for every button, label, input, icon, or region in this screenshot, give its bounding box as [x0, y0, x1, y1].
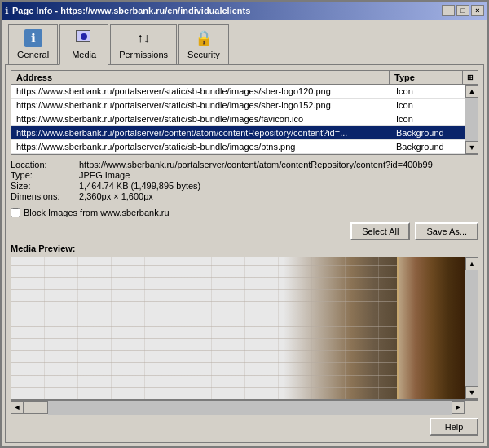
table-body: https://www.sberbank.ru/portalserver/sta… — [11, 85, 465, 154]
size-label: Size: — [11, 181, 76, 191]
table-header: Address Type ⊞ — [11, 71, 478, 85]
preview-image — [11, 257, 465, 399]
row-address: https://www.sberbank.ru/portalserver/sta… — [11, 140, 391, 153]
tab-security[interactable]: 🔒 Security — [178, 24, 229, 64]
row-type: Icon — [391, 112, 465, 125]
tabs-area: ℹ General Media ↑↓ Permissions 🔒 — [2, 20, 487, 64]
help-row: Help — [11, 415, 478, 437]
tab-permissions[interactable]: ↑↓ Permissions — [110, 24, 177, 64]
help-button[interactable]: Help — [430, 418, 478, 436]
table-row-selected[interactable]: https://www.sberbank.ru/portalserver/con… — [11, 126, 465, 140]
row-type: Background — [391, 126, 465, 139]
select-all-button[interactable]: Select All — [350, 222, 410, 240]
preview-background — [11, 257, 465, 399]
table-row[interactable]: https://www.sberbank.ru/portalserver/sta… — [11, 112, 465, 126]
window-icon: ℹ — [5, 5, 9, 16]
minimize-button[interactable]: – — [442, 5, 455, 16]
row-address: https://www.sberbank.ru/portalserver/sta… — [11, 85, 391, 98]
tab-media-label: Media — [72, 50, 96, 59]
row-type: Icon — [391, 99, 465, 112]
row-type: Icon — [391, 85, 465, 98]
tab-general[interactable]: ℹ General — [8, 24, 58, 64]
security-icon: 🔒 — [194, 29, 214, 48]
row-address: https://www.sberbank.ru/portalserver/con… — [11, 126, 391, 139]
row-address: https://www.sberbank.ru/portalserver/sta… — [11, 99, 391, 112]
preview-scroll-vertical[interactable]: ▲ ▼ — [465, 257, 478, 399]
scroll-corner — [465, 401, 478, 415]
table-scrollbar[interactable]: ▲ ▼ — [465, 85, 478, 154]
title-buttons: – □ × — [442, 5, 484, 16]
tab-media[interactable]: Media — [59, 24, 108, 65]
tab-security-label: Security — [187, 50, 220, 59]
main-window: ℹ Page Info - https://www.sberbank.ru/en… — [0, 0, 489, 448]
scroll-right-button[interactable]: ► — [452, 401, 465, 414]
general-icon: ℹ — [24, 29, 43, 48]
table-header-scroll: ⊞ — [463, 71, 478, 84]
media-table: Address Type ⊞ https://www.sberbank.ru/p… — [11, 70, 478, 155]
row-address: https://www.sberbank.ru/portalserver/sta… — [11, 112, 391, 125]
location-label: Location: — [11, 160, 76, 169]
content-area: Address Type ⊞ https://www.sberbank.ru/p… — [5, 64, 484, 443]
block-images-label: Block Images from www.sberbank.ru — [24, 208, 170, 217]
scroll-down-button[interactable]: ▼ — [465, 141, 478, 154]
permissions-icon: ↑↓ — [134, 29, 153, 48]
location-value: https://www.sberbank.ru/portalserver/con… — [79, 160, 478, 169]
block-images-row: Block Images from www.sberbank.ru — [11, 208, 478, 217]
block-images-checkbox[interactable] — [11, 208, 20, 217]
window-title: Page Info - https://www.sberbank.ru/en/i… — [12, 6, 250, 15]
close-button[interactable]: × — [471, 5, 484, 16]
preview-scroll-up[interactable]: ▲ — [465, 257, 478, 270]
preview-label: Media Preview: — [11, 244, 478, 253]
preview-container: ▲ ▼ — [11, 257, 478, 400]
scroll-left-button[interactable]: ◄ — [11, 401, 24, 414]
horizontal-scroll-area: ◄ ► — [11, 400, 478, 415]
column-header-address: Address — [11, 71, 390, 84]
media-icon — [74, 29, 94, 48]
scroll-track-h[interactable] — [48, 401, 452, 415]
scroll-track[interactable] — [465, 98, 478, 141]
type-value: JPEG Image — [79, 170, 478, 180]
scroll-thumb[interactable] — [24, 401, 48, 414]
scroll-up-button[interactable]: ▲ — [465, 85, 478, 98]
table-row[interactable]: https://www.sberbank.ru/portalserver/sta… — [11, 85, 465, 99]
table-row[interactable]: https://www.sberbank.ru/portalserver/sta… — [11, 140, 465, 154]
maximize-button[interactable]: □ — [456, 5, 469, 16]
tab-general-label: General — [17, 50, 49, 59]
dimensions-value: 2,360px × 1,600px — [79, 191, 478, 201]
title-bar: ℹ Page Info - https://www.sberbank.ru/en… — [2, 2, 487, 20]
title-bar-left: ℹ Page Info - https://www.sberbank.ru/en… — [5, 5, 250, 16]
horizontal-scrollbar[interactable]: ◄ ► — [11, 401, 465, 415]
column-header-type: Type — [390, 71, 463, 84]
save-as-button[interactable]: Save As... — [415, 222, 478, 240]
row-type: Background — [391, 140, 465, 153]
dimensions-label: Dimensions: — [11, 191, 76, 201]
size-value: 1,464.74 KB (1,499,895 bytes) — [79, 181, 478, 191]
info-section: Location: https://www.sberbank.ru/portal… — [11, 160, 478, 201]
preview-scroll-down[interactable]: ▼ — [465, 386, 478, 399]
table-row[interactable]: https://www.sberbank.ru/portalserver/sta… — [11, 99, 465, 112]
type-label: Type: — [11, 170, 76, 180]
tab-permissions-label: Permissions — [119, 50, 168, 59]
button-row: Select All Save As... — [11, 222, 478, 240]
preview-scroll-track-v[interactable] — [465, 270, 478, 386]
